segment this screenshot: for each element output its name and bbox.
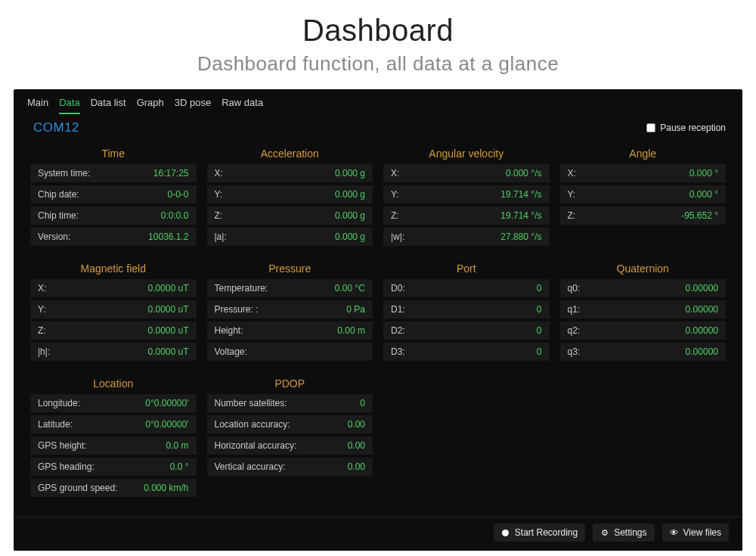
data-row: Height:0.00 m (207, 321, 373, 340)
data-row: Version:10036.1.2 (30, 228, 197, 246)
data-row-label: Pressure: : (215, 304, 259, 315)
data-row-label: Temperature: (215, 283, 268, 294)
data-row-value: 0°0.00000' (145, 398, 188, 408)
group-title-location: Location (30, 374, 197, 394)
data-row-value: 0.0 ° (170, 461, 189, 472)
data-row: Y:0.000 ° (560, 185, 727, 203)
data-row: Y:0.000 g (207, 185, 373, 203)
settings-label: Settings (614, 527, 646, 538)
data-row: D2:0 (383, 321, 550, 340)
data-row: GPS height:0.0 m (30, 436, 197, 455)
data-row-label: Horizontal accuracy: (215, 440, 297, 451)
group-pressure: PressureTemperature:0.00 °CPressure: :0 … (207, 259, 373, 364)
group-title-angle: Angle (560, 144, 727, 164)
data-grid: TimeSystem time:16:17:25Chip date:0-0-0C… (14, 141, 742, 517)
data-row: Chip time:0:0:0.0 (30, 207, 197, 225)
eye-icon (670, 528, 679, 537)
data-row-value: 0.00 (348, 440, 365, 451)
data-row-value: 0.00 m (337, 325, 365, 336)
data-row-label: q0: (568, 283, 581, 294)
group-magnetic-field: Magnetic fieldX:0.0000 uTY:0.0000 uTZ:0.… (30, 259, 197, 364)
data-row-label: D1: (391, 304, 405, 315)
data-row-label: Chip time: (38, 210, 79, 221)
data-row-label: D2: (391, 325, 405, 336)
data-row-label: GPS ground speed: (38, 483, 117, 493)
data-row-label: Location accuracy: (215, 419, 290, 430)
page-subtitle: Dashboard function, all data at a glance (0, 52, 756, 76)
data-row-label: Latitude: (38, 419, 73, 430)
data-row-label: Height: (215, 325, 243, 336)
data-row-label: X: (38, 283, 46, 294)
data-row-value: 0 (537, 304, 542, 315)
data-row-value: 0.000 g (335, 189, 365, 200)
data-row-label: Z: (38, 325, 46, 336)
group-quaternion: Quaternionq0:0.00000q1:0.00000q2:0.00000… (560, 259, 727, 364)
data-row-label: Number satellites: (215, 398, 287, 408)
data-row: Y:0.0000 uT (30, 300, 197, 318)
settings-button[interactable]: Settings (593, 523, 654, 542)
data-row-label: |w|: (391, 231, 404, 242)
data-row: Z:19.714 °/s (383, 207, 550, 225)
tab-raw-data[interactable]: Raw data (222, 97, 263, 114)
tab-graph[interactable]: Graph (137, 97, 164, 114)
data-row: Z:-95.652 ° (560, 207, 727, 225)
pause-reception-checkbox[interactable]: Pause reception (646, 123, 726, 133)
checkbox-icon (646, 123, 655, 132)
group-title-port: Port (383, 259, 550, 279)
data-row-label: Voltage: (215, 346, 247, 357)
data-row-value: 0.00000 (686, 304, 718, 315)
data-row: X:0.000 ° (560, 164, 727, 182)
data-row-value: 0-0-0 (167, 189, 188, 200)
group-port: PortD0:0D1:0D2:0D3:0 (383, 259, 550, 364)
data-row: GPS heading:0.0 ° (30, 458, 197, 476)
data-row-label: Y: (391, 189, 399, 200)
data-row-value: 0.00 °C (335, 283, 365, 294)
tab-main[interactable]: Main (27, 97, 48, 114)
tab-3d-pose[interactable]: 3D pose (175, 97, 211, 114)
data-row: |a|:0.000 g (207, 228, 373, 246)
data-row: Number satellites:0 (207, 394, 373, 412)
data-row-value: 0.00000 (686, 283, 718, 294)
view-files-button[interactable]: View files (662, 523, 729, 542)
data-row: Y:19.714 °/s (383, 185, 550, 203)
data-row-value: 0 (360, 398, 365, 408)
data-row-label: Vertical accuracy: (215, 461, 286, 472)
data-row-value: 0.0000 uT (147, 346, 188, 357)
data-row-label: Y: (568, 189, 576, 200)
group-title-quaternion: Quaternion (560, 259, 727, 279)
data-row-label: D3: (391, 346, 405, 357)
data-row-label: Y: (215, 189, 223, 200)
group-angular-velocity: Angular velocityX:0.000 °/sY:19.714 °/sZ… (383, 144, 550, 249)
data-row-label: X: (391, 168, 399, 179)
data-row: X:0.0000 uT (30, 279, 197, 297)
data-row-label: Longitude: (38, 398, 80, 408)
data-row: GPS ground speed:0.000 km/h (30, 479, 197, 497)
data-row-value: -95.652 ° (681, 210, 718, 221)
tab-data[interactable]: Data (59, 97, 79, 114)
data-row: q3:0.00000 (560, 343, 727, 361)
group-angle: AngleX:0.000 °Y:0.000 °Z:-95.652 ° (560, 144, 727, 249)
start-recording-button[interactable]: Start Recording (494, 523, 585, 542)
view-files-label: View files (683, 527, 721, 538)
data-row-label: GPS height: (38, 440, 87, 451)
data-row: |h|:0.0000 uT (30, 343, 197, 361)
data-row-value: 0 (537, 325, 542, 336)
data-row-value: 0.000 g (335, 231, 365, 242)
data-row-label: GPS heading: (38, 461, 94, 472)
pause-reception-label: Pause reception (660, 123, 726, 133)
data-row-label: Version: (38, 231, 70, 242)
data-row-label: q3: (568, 346, 581, 357)
data-row-value: 19.714 °/s (500, 189, 541, 200)
data-row-label: D0: (391, 283, 405, 294)
data-row: q1:0.00000 (560, 300, 727, 318)
group-title-magnetic-field: Magnetic field (30, 259, 197, 279)
data-row: System time:16:17:25 (30, 164, 197, 182)
group-acceleration: AccelerationX:0.000 gY:0.000 gZ:0.000 g|… (207, 144, 373, 249)
data-row-value: 10036.1.2 (148, 231, 188, 242)
record-icon (501, 528, 510, 537)
data-row: X:0.000 g (207, 164, 373, 182)
data-row-label: X: (215, 168, 223, 179)
data-row-value: 0.0000 uT (147, 283, 188, 294)
tab-data-list[interactable]: Data list (91, 97, 126, 114)
data-row: D1:0 (383, 300, 550, 318)
